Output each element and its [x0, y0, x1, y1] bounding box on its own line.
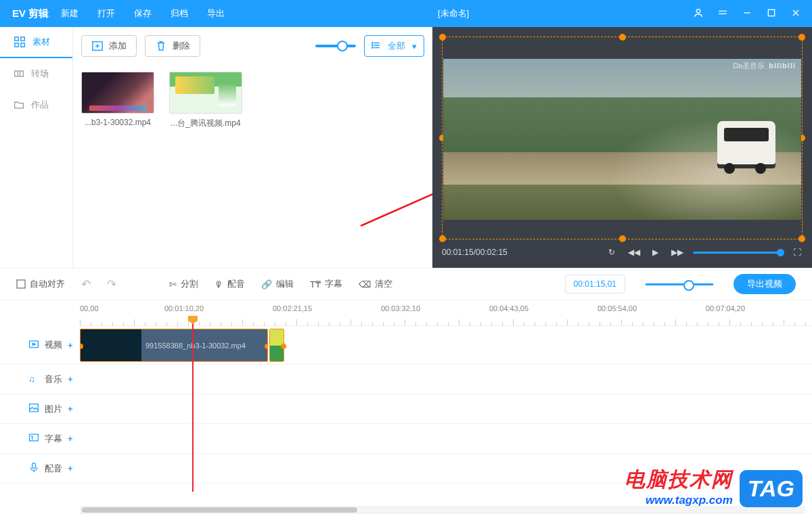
- add-track-icon[interactable]: +: [68, 404, 73, 414]
- subtitle-track-area[interactable]: [80, 424, 812, 453]
- maximize-icon[interactable]: [766, 7, 777, 20]
- menu-export[interactable]: 导出: [207, 7, 225, 20]
- ruler-label: 00:03:32,10: [381, 304, 420, 312]
- sidebar-tab-transition[interactable]: 转场: [0, 58, 72, 89]
- edit-button[interactable]: 🔗编辑: [261, 278, 294, 290]
- svg-rect-16: [32, 463, 36, 469]
- video-content: Da圣音乐bilibili: [443, 59, 801, 220]
- track-name: 视频: [45, 339, 62, 351]
- seek-slider[interactable]: [693, 252, 781, 254]
- video-track-area[interactable]: 991558388_nb3-1-30032.mp4: [80, 326, 812, 364]
- add-track-icon[interactable]: +: [68, 340, 73, 350]
- svg-rect-1: [768, 9, 774, 16]
- audio-track-area[interactable]: [80, 365, 812, 394]
- video-watermark: Da圣音乐bilibili: [733, 61, 796, 71]
- scissors-icon: ✄: [169, 279, 177, 289]
- sidebar-label: 素材: [32, 36, 50, 48]
- undo-icon[interactable]: ↶: [81, 277, 91, 291]
- settings-icon[interactable]: [717, 7, 728, 20]
- dub-button[interactable]: 🎙配音: [215, 278, 245, 290]
- image-icon: [28, 402, 39, 415]
- van-shape: [717, 121, 775, 168]
- track-subtitle: 字幕+: [0, 424, 812, 454]
- playhead[interactable]: [192, 316, 194, 492]
- svg-point-0: [696, 9, 700, 12]
- add-track-icon[interactable]: +: [68, 434, 73, 444]
- redo-icon[interactable]: ↷: [107, 277, 116, 291]
- add-track-icon[interactable]: +: [68, 374, 73, 384]
- sidebar-label: 转场: [31, 68, 49, 80]
- transition-icon: [14, 68, 24, 79]
- menu-save[interactable]: 保存: [134, 7, 152, 20]
- thumbnail-zoom-slider[interactable]: [315, 45, 356, 47]
- ruler-label: 00:01:10,20: [164, 304, 204, 312]
- forward-icon[interactable]: ▶▶: [671, 248, 682, 257]
- brand-url: www.tagxp.com: [625, 494, 733, 507]
- subtitle-button[interactable]: T₸字幕: [310, 278, 342, 290]
- play-icon[interactable]: ▶: [650, 248, 660, 257]
- auto-align-label: 自动对齐: [30, 278, 65, 290]
- media-item-name: ...台_腾讯视频.mp4: [171, 118, 240, 128]
- export-video-button[interactable]: 导出视频: [734, 274, 796, 294]
- filter-dropdown[interactable]: 全部 ▾: [364, 35, 424, 57]
- image-track-area[interactable]: [80, 394, 812, 423]
- track-video: 视频+ 991558388_nb3-1-30032.mp4: [0, 326, 812, 365]
- mic-icon: 🎙: [215, 279, 223, 289]
- svg-rect-3: [21, 37, 24, 41]
- video-clip[interactable]: 991558388_nb3-1-30032.mp4: [80, 329, 268, 362]
- add-button[interactable]: 添加: [81, 35, 137, 57]
- document-title: [未命名]: [225, 7, 682, 20]
- brand-watermark: 电脑技术网 www.tagxp.com TAG: [625, 466, 803, 507]
- clear-button[interactable]: ⌫清空: [359, 278, 392, 290]
- sidebar-tab-works[interactable]: 作品: [0, 89, 72, 120]
- menu-open[interactable]: 打开: [97, 7, 115, 20]
- subtitle-icon: [28, 432, 39, 445]
- add-track-icon[interactable]: +: [68, 463, 73, 473]
- mic-icon: [28, 462, 39, 475]
- delete-label: 删除: [173, 40, 190, 52]
- ruler-label: 00:07:04,20: [706, 304, 745, 312]
- track-name: 配音: [45, 463, 62, 475]
- svg-point-9: [372, 45, 373, 45]
- rewind-icon[interactable]: ◀◀: [628, 248, 639, 257]
- auto-align-checkbox[interactable]: 自动对齐: [16, 278, 65, 290]
- menu-new[interactable]: 新建: [61, 7, 78, 20]
- track-name: 音乐: [45, 373, 62, 386]
- media-panel: 添加 删除 全部 ▾ ...b3-1-30032.mp4 ...台_腾讯视频.m…: [73, 27, 432, 268]
- app-title: EV 剪辑: [0, 7, 61, 20]
- folder-icon: [14, 99, 24, 110]
- minimize-icon[interactable]: [742, 7, 752, 20]
- media-thumbnail: [81, 72, 154, 114]
- svg-rect-2: [15, 37, 18, 41]
- close-icon[interactable]: [790, 7, 801, 20]
- add-label: 添加: [109, 40, 127, 52]
- media-item[interactable]: ...台_腾讯视频.mp4: [169, 72, 242, 129]
- svg-point-10: [372, 47, 373, 47]
- filter-label: 全部: [388, 40, 405, 52]
- broom-icon: ⌫: [359, 279, 371, 289]
- menu-archive[interactable]: 归档: [171, 7, 188, 20]
- media-thumbnail: [169, 72, 242, 114]
- delete-button[interactable]: 删除: [145, 35, 200, 57]
- video-icon: [28, 339, 39, 352]
- ruler-label: 00:02:21,15: [273, 304, 312, 312]
- media-item[interactable]: ...b3-1-30032.mp4: [81, 72, 154, 129]
- svg-point-8: [372, 42, 373, 43]
- sidebar-tab-media[interactable]: 素材: [0, 27, 72, 58]
- svg-rect-14: [30, 404, 39, 411]
- fullscreen-icon[interactable]: ⛶: [792, 248, 803, 257]
- svg-rect-5: [21, 43, 24, 47]
- text-icon: T₸: [310, 279, 321, 289]
- video-clip[interactable]: [269, 329, 284, 362]
- ruler-label: 00:04:43,05: [489, 304, 528, 312]
- user-icon[interactable]: [693, 7, 704, 20]
- timeline-toolbar: 自动对齐 ↶ ↷ ✄分割 🎙配音 🔗编辑 T₸字幕 ⌫清空 00:01:15,0…: [0, 268, 812, 300]
- split-button[interactable]: ✄分割: [169, 278, 198, 290]
- timeline-ruler[interactable]: 00,00 00:01:10,20 00:02:21,15 00:03:32,1…: [80, 300, 812, 326]
- loop-icon[interactable]: ↻: [606, 248, 617, 257]
- track-name: 图片: [45, 403, 62, 415]
- video-frame[interactable]: Da圣音乐bilibili: [442, 37, 803, 239]
- ruler-label: 00:05:54,00: [597, 304, 637, 312]
- timeline-zoom-slider[interactable]: [646, 283, 713, 285]
- time-display: 00:01:15/00:02:15: [442, 248, 508, 257]
